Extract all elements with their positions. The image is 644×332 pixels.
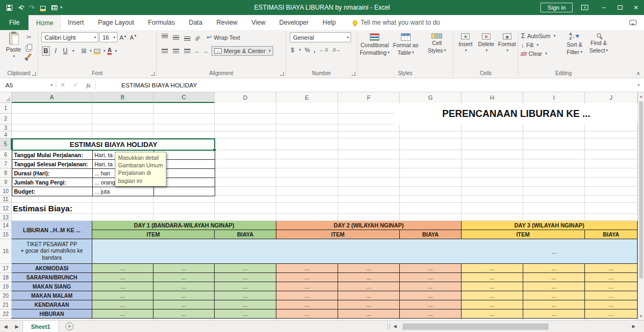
delete-dropdown-icon[interactable]: ▾ [486,48,488,53]
borders-icon[interactable]: ⊞ [81,47,86,55]
row-header-5[interactable]: 5 [0,138,12,150]
row-header-7[interactable]: 7 [0,159,12,168]
underline-button[interactable]: U [62,47,69,55]
clear-dropdown-icon[interactable]: ▾ [545,51,547,56]
row-header-18[interactable]: 18 [0,273,12,282]
cost-value-cell[interactable]: ... [92,282,153,291]
cost-value-cell[interactable]: ... [215,291,276,300]
increase-indent-icon[interactable]: → [203,48,209,54]
find-select-dropdown-icon[interactable]: ▾ [606,48,608,53]
cell-styles-button[interactable]: Cell Styles▾ [422,32,452,65]
column-header-F[interactable]: F [338,92,400,103]
format-as-table-button[interactable]: Format as Table▾ [391,32,421,65]
decrease-indent-icon[interactable]: ← [194,48,200,54]
increase-font-size-icon[interactable]: A▲ [119,34,128,41]
tab-insert[interactable]: Insert [61,15,91,30]
cost-value-cell[interactable]: ... [215,282,276,291]
merge-center-button[interactable]: ↔ Merge & Center ▾ [211,46,273,56]
biaya-header-cell[interactable]: BIAYA [215,230,276,239]
tab-view[interactable]: View [245,15,273,30]
comments-icon[interactable] [630,20,636,25]
increase-decimal-icon[interactable]: ←.0 [319,47,328,53]
cost-value-cell[interactable]: ... [585,282,638,291]
cost-value-cell[interactable]: ... [92,264,153,273]
format-cells-button[interactable]: ■ Format ▾ [497,32,517,65]
cost-value-cell[interactable]: ... [215,273,276,282]
undo-button[interactable]: ↶▾ [18,3,23,12]
item-header-cell[interactable]: ITEM [462,230,585,239]
font-color-icon[interactable]: A [107,47,112,55]
font-name-combo[interactable]: Calibri Light▾ [41,32,98,42]
column-header-A[interactable]: A [12,92,92,103]
font-size-combo[interactable]: 16▾ [99,32,118,42]
cost-value-cell[interactable]: ... [462,282,523,291]
insert-dropdown-icon[interactable]: ▾ [465,48,467,53]
format-as-table-dropdown-icon[interactable]: ▾ [412,50,414,55]
paste-dropdown-icon[interactable]: ▾ [13,54,15,58]
row-header-13[interactable]: 13 [0,214,12,221]
cost-value-cell[interactable]: ... [585,309,638,319]
clipboard-dialog-launcher-icon[interactable] [32,72,36,76]
row-header-9[interactable]: 9 [0,178,12,187]
cost-value-cell[interactable]: ... [276,309,338,319]
cost-value-cell[interactable]: ... [92,300,153,309]
section-title-cell[interactable]: Estimasi Biaya: [13,203,72,214]
cost-value-cell[interactable]: ... [153,273,215,282]
cost-value-cell[interactable]: ... [215,300,276,309]
cost-value-cell[interactable]: ... [338,282,400,291]
cost-value-cell[interactable]: ... [92,291,153,300]
cost-corner-cell[interactable]: LIBURAN ..H..M KE ... [12,221,92,239]
cost-value-cell[interactable]: ... [462,273,523,282]
bold-button[interactable]: B [42,46,50,56]
day-header-cell[interactable]: DAY 3 (WILAYAH NGINAP) [462,221,638,230]
save-icon[interactable] [6,5,12,11]
row-header-14[interactable]: 14 [0,221,12,230]
row-header-21[interactable]: 21 [0,300,12,309]
percent-style-icon[interactable]: % [305,47,310,53]
bottom-align-icon[interactable] [183,34,192,41]
cost-value-cell[interactable]: ... [523,273,585,282]
tab-page-layout[interactable]: Page Layout [91,15,141,30]
undo-dropdown-icon[interactable]: ▾ [21,7,23,11]
banner-title[interactable]: PERENCANAAN LIBURAN KE ... [394,103,638,124]
cost-value-cell[interactable]: ... [153,282,215,291]
name-box-dropdown-icon[interactable]: ▾ [47,78,56,92]
fill-color-icon[interactable] [40,6,46,10]
day-header-cell[interactable]: DAY 1 (BANDARA-WILAYAH NGINAP) [92,221,276,230]
row-header-6[interactable]: 6 [0,150,12,159]
column-header-I[interactable]: I [523,92,585,103]
redo-icon[interactable]: ↷ [28,4,34,12]
scroll-right-icon[interactable]: ▶ [631,324,637,329]
qat-customize-icon[interactable]: ▾ [60,5,62,10]
new-sheet-icon[interactable]: + [65,322,74,330]
cost-value-cell[interactable]: ... [585,291,638,300]
format-dropdown-icon[interactable]: ▾ [507,48,509,53]
category-label-cell[interactable]: AKOMODASI [12,264,92,273]
cost-value-cell[interactable]: ... [400,273,462,282]
tab-developer[interactable]: Developer [272,15,316,30]
row-header-4[interactable]: 4 [0,131,12,138]
name-box[interactable]: A5 [0,78,47,92]
sheet-tab-active[interactable]: Sheet1 [23,321,59,332]
cost-value-cell[interactable]: ... [462,300,523,309]
expand-formula-bar-icon[interactable]: ▾ [633,78,644,92]
font-name-dropdown-icon[interactable]: ▾ [94,35,96,40]
scroll-left-icon[interactable]: ◀ [392,324,398,329]
accounting-format-icon[interactable]: $ [291,47,294,53]
cost-value-cell[interactable]: ... [523,282,585,291]
cost-value-cell[interactable]: ... [276,291,338,300]
autosum-dropdown-icon[interactable]: ▾ [554,34,556,38]
orientation-icon[interactable]: ab [194,33,203,42]
maximize-button[interactable] [612,0,628,15]
sign-in-button[interactable]: Sign in [540,3,573,12]
category-label-cell[interactable]: SARAPAN/BRUNCH [12,273,92,282]
column-header-G[interactable]: G [400,92,462,103]
info-label-cell[interactable]: Durasi (Hari): [12,169,93,178]
decrease-decimal-icon[interactable]: .0→ [332,47,341,53]
italic-button[interactable]: I [52,47,60,55]
enter-icon[interactable]: ✓ [69,78,82,92]
cost-value-cell[interactable]: ... [585,300,638,309]
scroll-down-icon[interactable]: ▼ [638,312,644,320]
tab-formulas[interactable]: Formulas [141,15,182,30]
cost-value-cell[interactable]: ... [523,300,585,309]
